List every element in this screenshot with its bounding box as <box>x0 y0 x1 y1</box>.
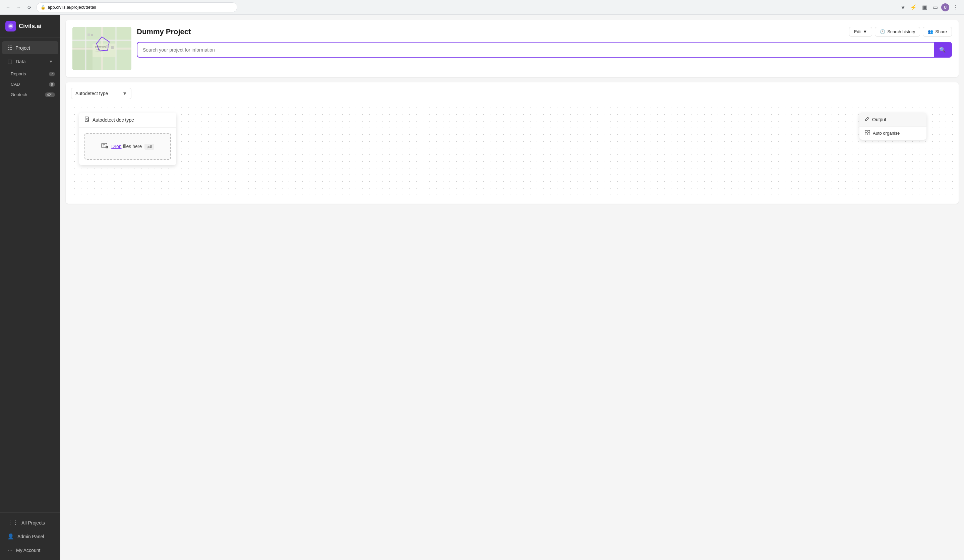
sidebar-item-my-account[interactable]: ⋯ My Account <box>2 544 58 557</box>
sidebar-logo: Civils.ai <box>0 15 60 38</box>
forward-button[interactable]: → <box>15 3 23 11</box>
autodetect-card-title: Autodetect doc type <box>93 117 134 123</box>
app-container: Civils.ai ☷ Project ◫ Data ▼ Reports 7 C… <box>0 15 964 560</box>
lock-icon: 🔒 <box>41 5 46 10</box>
svg-rect-31 <box>868 133 870 135</box>
svg-text:DOWNTOWN: DOWNTOWN <box>95 46 106 48</box>
back-button[interactable]: ← <box>4 3 12 11</box>
autodetect-card: Autodetect doc type <box>79 112 176 165</box>
sidebar-data-label: Data <box>16 59 46 64</box>
auto-organise-icon <box>865 130 870 136</box>
output-card: Output Auto organise <box>860 112 927 140</box>
file-drop-zone[interactable]: Drop files here pdf <box>85 133 171 160</box>
auto-organise-label: Auto organise <box>873 131 900 136</box>
cad-badge: 9 <box>49 82 55 87</box>
output-title: Output <box>872 117 886 122</box>
drop-text: Drop files here pdf <box>111 144 154 149</box>
drop-area[interactable]: Autodetect doc type <box>71 104 953 198</box>
output-header: Output <box>860 112 927 127</box>
data-icon: ◫ <box>7 58 12 65</box>
all-projects-label: All Projects <box>21 520 53 526</box>
autodetect-doc-icon <box>85 117 90 123</box>
project-search-input[interactable] <box>137 43 934 57</box>
extensions-button[interactable]: ▣ <box>920 3 929 12</box>
project-title: Dummy Project <box>137 28 191 36</box>
sidebar-item-reports[interactable]: Reports 7 <box>0 69 60 79</box>
my-account-label: My Account <box>16 548 53 553</box>
bookmark-button[interactable]: ★ <box>898 3 908 12</box>
menu-button[interactable]: ⋮ <box>951 3 960 12</box>
type-select-label: Autodetect type <box>75 91 108 96</box>
search-submit-button[interactable]: 🔍 <box>934 42 951 57</box>
svg-text:وسط مدينة دبي: وسط مدينة دبي <box>95 51 103 52</box>
logo-icon <box>5 21 16 31</box>
project-header-card: DOWNTOWN DUBAI وسط مدينة دبي Dummy Proje… <box>66 20 959 77</box>
project-icon: ☷ <box>7 45 12 51</box>
search-bar-container: 🔍 <box>137 42 952 58</box>
svg-rect-3 <box>106 27 131 44</box>
sidebar-item-geotech[interactable]: Geotech 421 <box>0 89 60 100</box>
search-history-label: Search history <box>887 29 915 34</box>
url-text: app.civils.ai/project/detail <box>47 5 96 10</box>
edit-chevron-icon: ▼ <box>863 29 867 34</box>
drop-link[interactable]: Drop <box>111 144 121 149</box>
pencil-icon <box>865 117 870 122</box>
address-bar[interactable]: 🔒 app.civils.ai/project/detail <box>36 2 237 12</box>
map-background: DOWNTOWN DUBAI وسط مدينة دبي <box>72 27 131 70</box>
sidebar-item-all-projects[interactable]: ⋮⋮ All Projects <box>2 516 58 529</box>
auto-organise-item[interactable]: Auto organise <box>860 127 927 140</box>
type-select-chevron-icon: ▼ <box>122 91 127 96</box>
svg-rect-28 <box>865 130 867 132</box>
svg-rect-2 <box>72 47 93 70</box>
svg-rect-29 <box>868 130 870 132</box>
type-select-dropdown[interactable]: Autodetect type ▼ <box>71 88 131 99</box>
upload-card: Autodetect type ▼ <box>66 83 959 204</box>
autodetect-header: Autodetect doc type <box>79 112 176 128</box>
upload-card-header: Autodetect type ▼ <box>71 88 953 99</box>
cast-button[interactable]: ▭ <box>930 3 940 12</box>
geotech-badge: 421 <box>45 93 55 97</box>
share-label: Share <box>935 29 947 34</box>
svg-rect-12 <box>91 34 93 36</box>
sidebar-bottom: ⋮⋮ All Projects 👤 Admin Panel ⋯ My Accou… <box>0 513 60 560</box>
search-history-button[interactable]: 🕐 Search history <box>875 27 920 37</box>
admin-icon: 👤 <box>7 533 14 540</box>
reports-badge: 7 <box>49 72 55 76</box>
svg-rect-22 <box>88 120 89 121</box>
edit-label: Edit <box>854 29 861 34</box>
reports-label: Reports <box>11 71 26 76</box>
edit-button[interactable]: Edit ▼ <box>849 27 872 37</box>
search-history-icon: 🕐 <box>880 29 885 34</box>
sidebar-item-cad[interactable]: CAD 9 <box>0 79 60 89</box>
sidebar-item-data[interactable]: ◫ Data ▼ <box>2 55 58 68</box>
project-map-thumbnail: DOWNTOWN DUBAI وسط مدينة دبي <box>72 27 131 70</box>
svg-rect-11 <box>88 34 90 36</box>
browser-chrome: ← → ⟳ 🔒 app.civils.ai/project/detail ★ ⚡… <box>0 0 964 15</box>
svg-text:DUBAI: DUBAI <box>96 49 100 50</box>
sidebar-nav: ☷ Project ◫ Data ▼ Reports 7 CAD 9 Geote… <box>0 38 60 513</box>
my-account-icon: ⋯ <box>7 547 13 553</box>
profile-avatar[interactable]: U <box>941 3 949 11</box>
svg-rect-14 <box>111 46 114 49</box>
project-title-row: Dummy Project Edit ▼ 🕐 Search history 👥 <box>137 27 952 37</box>
file-type-badge: pdf <box>145 144 154 150</box>
reload-button[interactable]: ⟳ <box>26 3 34 11</box>
sidebar-item-project[interactable]: ☷ Project <box>2 41 58 54</box>
sidebar-project-label: Project <box>15 45 53 50</box>
share-button[interactable]: 👥 Share <box>923 27 952 37</box>
share-icon: 👥 <box>928 29 933 34</box>
svg-rect-13 <box>106 45 109 48</box>
cad-label: CAD <box>11 82 20 87</box>
upload-icon <box>101 142 109 151</box>
browser-toolbar-right: ★ ⚡ ▣ ▭ U ⋮ <box>898 3 960 12</box>
lightning-button[interactable]: ⚡ <box>909 3 918 12</box>
sidebar-item-admin-panel[interactable]: 👤 Admin Panel <box>2 530 58 543</box>
logo-text: Civils.ai <box>19 23 42 30</box>
main-content: DOWNTOWN DUBAI وسط مدينة دبي Dummy Proje… <box>60 15 964 560</box>
project-info: Dummy Project Edit ▼ 🕐 Search history 👥 <box>137 27 952 58</box>
all-projects-icon: ⋮⋮ <box>7 519 18 526</box>
drop-text-after: files here <box>123 144 142 149</box>
sidebar: Civils.ai ☷ Project ◫ Data ▼ Reports 7 C… <box>0 15 60 560</box>
data-chevron: ▼ <box>49 59 53 64</box>
geotech-label: Geotech <box>11 92 27 97</box>
